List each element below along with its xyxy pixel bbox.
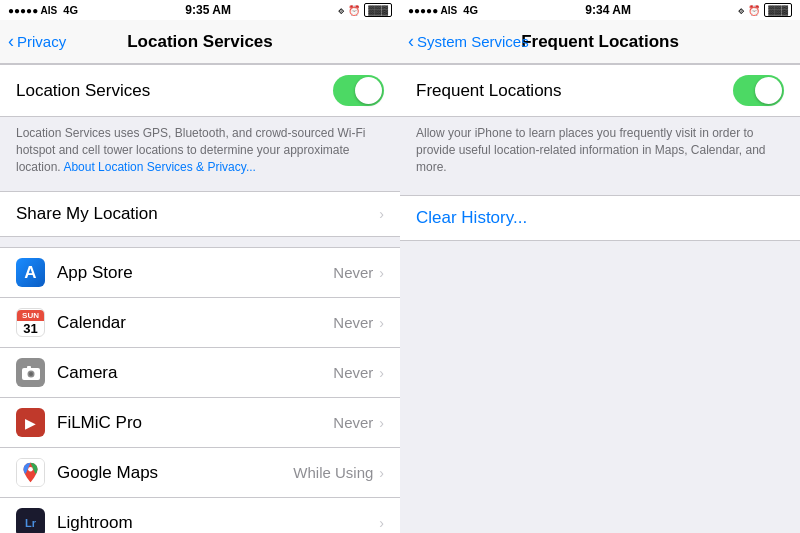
status-bar-right: ●●●●● AIS 4G 9:34 AM ⟐ ⏰ ▓▓▓ xyxy=(400,0,800,20)
share-my-location-row[interactable]: Share My Location › xyxy=(0,192,400,236)
nav-bar-left: ‹ Privacy Location Services xyxy=(0,20,400,64)
app-chevron-camera: › xyxy=(379,365,384,381)
clear-history-row[interactable]: Clear History... xyxy=(400,195,800,241)
app-chevron-appstore: › xyxy=(379,265,384,281)
app-label-camera: Camera xyxy=(57,363,333,383)
app-chevron-lightroom: › xyxy=(379,515,384,531)
frequent-locations-label: Frequent Locations xyxy=(416,81,562,101)
nav-title-right: Frequent Locations xyxy=(521,32,679,52)
location-services-label: Location Services xyxy=(16,81,150,101)
share-chevron: › xyxy=(379,206,384,222)
app-chevron-googlemaps: › xyxy=(379,465,384,481)
app-row-camera[interactable]: Camera Never › xyxy=(0,348,400,398)
alarm-indicator-right: ⏰ xyxy=(748,5,760,16)
app-value-camera: Never xyxy=(333,364,373,381)
app-value-calendar: Never xyxy=(333,314,373,331)
app-row-googlemaps[interactable]: Google Maps While Using › xyxy=(0,448,400,498)
back-label-left: Privacy xyxy=(17,33,66,50)
right-phone-screen: ●●●●● AIS 4G 9:34 AM ⟐ ⏰ ▓▓▓ ‹ System Se… xyxy=(400,0,800,533)
location-description: Location Services uses GPS, Bluetooth, a… xyxy=(0,117,400,181)
app-icon-camera xyxy=(16,358,45,387)
app-value-appstore: Never xyxy=(333,264,373,281)
frequent-toggle-knob xyxy=(755,77,782,104)
time-left: 9:35 AM xyxy=(185,3,231,17)
clear-history-section: Clear History... xyxy=(400,195,800,241)
toggle-knob xyxy=(355,77,382,104)
description-link[interactable]: About Location Services & Privacy... xyxy=(63,160,256,174)
app-chevron-calendar: › xyxy=(379,315,384,331)
share-location-section: Share My Location › xyxy=(0,191,400,237)
app-label-calendar: Calendar xyxy=(57,313,333,333)
network-left: 4G xyxy=(63,4,78,16)
app-icon-appstore: A xyxy=(16,258,45,287)
share-my-location-label: Share My Location xyxy=(16,204,379,224)
app-value-googlemaps: While Using xyxy=(293,464,373,481)
back-button-left[interactable]: ‹ Privacy xyxy=(8,31,66,52)
app-icon-googlemaps xyxy=(16,458,45,487)
frequent-locations-toggle-row[interactable]: Frequent Locations xyxy=(400,64,800,117)
time-right: 9:34 AM xyxy=(585,3,631,17)
app-label-filmic: FiLMiC Pro xyxy=(57,413,333,433)
app-chevron-filmic: › xyxy=(379,415,384,431)
app-value-filmic: Never xyxy=(333,414,373,431)
app-icon-filmic: ▶ xyxy=(16,408,45,437)
svg-point-2 xyxy=(29,372,33,376)
alarm-indicator: ⏰ xyxy=(348,5,360,16)
frequent-description: Allow your iPhone to learn places you fr… xyxy=(400,117,800,185)
back-chevron-left: ‹ xyxy=(8,31,14,52)
back-label-right: System Services xyxy=(417,33,529,50)
carrier-right: ●●●●● AIS xyxy=(408,5,457,16)
app-icon-lightroom: Lr xyxy=(16,508,45,533)
app-row-filmic[interactable]: ▶ FiLMiC Pro Never › xyxy=(0,398,400,448)
app-label-lightroom: Lightroom xyxy=(57,513,379,533)
back-chevron-right: ‹ xyxy=(408,31,414,52)
frequent-locations-toggle[interactable] xyxy=(733,75,784,106)
app-row-lightroom[interactable]: Lr Lightroom › xyxy=(0,498,400,533)
app-row-appstore[interactable]: A App Store Never › xyxy=(0,248,400,298)
nav-bar-right: ‹ System Services Frequent Locations xyxy=(400,20,800,64)
clear-history-label[interactable]: Clear History... xyxy=(416,208,527,227)
location-indicator: ⟐ xyxy=(338,5,344,16)
location-services-toggle[interactable] xyxy=(333,75,384,106)
svg-point-5 xyxy=(28,467,33,472)
app-row-calendar[interactable]: SUN 31 Calendar Never › xyxy=(0,298,400,348)
nav-title-left: Location Services xyxy=(127,32,273,52)
left-phone-screen: ●●●●● AIS 4G 9:35 AM ⟐ ⏰ ▓▓▓ ‹ Privacy L… xyxy=(0,0,400,533)
back-button-right[interactable]: ‹ System Services xyxy=(408,31,529,52)
location-indicator-right: ⟐ xyxy=(738,5,744,16)
svg-rect-3 xyxy=(27,366,31,369)
battery-left: ▓▓▓ xyxy=(364,3,392,17)
apps-list-section: A App Store Never › SUN 31 Calendar Neve… xyxy=(0,247,400,533)
app-label-appstore: App Store xyxy=(57,263,333,283)
location-services-toggle-row[interactable]: Location Services xyxy=(0,64,400,117)
network-right: 4G xyxy=(463,4,478,16)
status-bar-left: ●●●●● AIS 4G 9:35 AM ⟐ ⏰ ▓▓▓ xyxy=(0,0,400,20)
app-icon-calendar: SUN 31 xyxy=(16,308,45,337)
app-label-googlemaps: Google Maps xyxy=(57,463,293,483)
carrier-left: ●●●●● AIS xyxy=(8,5,57,16)
battery-right: ▓▓▓ xyxy=(764,3,792,17)
